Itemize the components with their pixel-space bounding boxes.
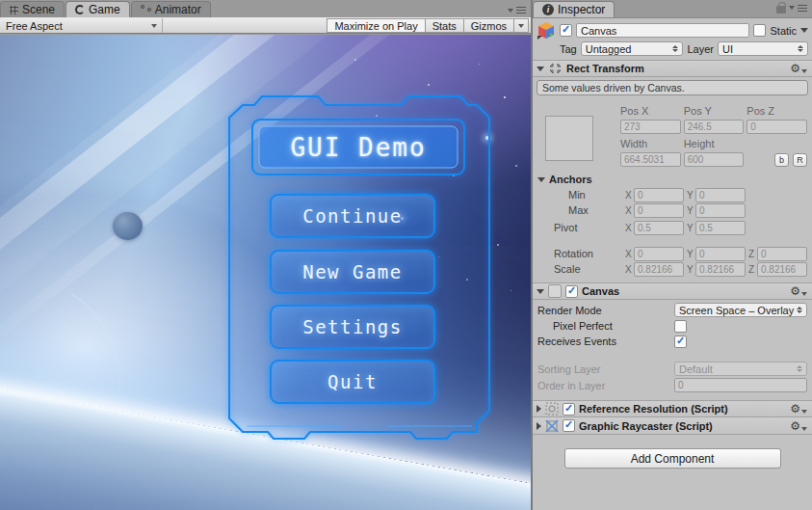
gear-icon[interactable]: ⚙	[790, 63, 800, 74]
stats-button[interactable]: Stats	[425, 18, 463, 33]
menu-title: GUI Demo	[252, 120, 464, 174]
receives-events-label: Receives Events	[537, 336, 674, 347]
gameobject-name-field[interactable]: Canvas	[576, 23, 749, 38]
anchors-min-y-field[interactable]: 0	[695, 188, 746, 202]
pixel-perfect-label: Pixel Perfect	[537, 320, 674, 332]
lock-icon[interactable]	[776, 6, 786, 13]
pane-menu-icon[interactable]	[516, 7, 526, 13]
tab-inspector[interactable]: i Inspector	[533, 1, 615, 17]
gameobject-cube-icon[interactable]	[537, 21, 556, 40]
rotation-y-field[interactable]: 0	[695, 247, 746, 261]
raw-edit-button[interactable]: R	[793, 153, 807, 167]
tab-animator[interactable]: Animator	[131, 1, 211, 17]
axis-x-label: X	[625, 223, 632, 233]
scale-z-field[interactable]: 0.82166	[757, 262, 807, 277]
scene-grid-icon	[10, 6, 18, 14]
tag-dropdown[interactable]: Untagged	[581, 41, 684, 56]
gear-dropdown-icon	[801, 410, 807, 414]
dropdown-arrows-icon	[798, 45, 803, 52]
anchors-min-x-field[interactable]: 0	[634, 188, 684, 202]
tab-scene[interactable]: Scene	[0, 1, 65, 17]
width-field[interactable]: 664.5031	[620, 152, 681, 167]
inspector-panel: i Inspector	[533, 0, 812, 510]
gear-dropdown-icon	[801, 427, 807, 431]
pos-y-label: Pos Y	[684, 105, 745, 117]
scale-label: Scale	[554, 263, 621, 275]
pane-dropdown-icon[interactable]	[508, 9, 513, 13]
pos-z-field[interactable]: 0	[747, 120, 807, 134]
gear-icon[interactable]: ⚙	[790, 285, 800, 297]
pivot-x-field[interactable]: 0.5	[634, 221, 684, 235]
rect-transform-header[interactable]: Rect Transform ⚙	[533, 60, 812, 77]
axis-x-label: X	[625, 249, 632, 259]
pos-x-field[interactable]: 273	[620, 120, 681, 134]
receives-events-checkbox[interactable]	[674, 336, 687, 348]
add-component-button[interactable]: Add Component	[564, 448, 781, 469]
blueprint-mode-button[interactable]: b	[774, 153, 789, 167]
axis-z-label: Z	[748, 264, 755, 275]
anchors-max-y-field[interactable]: 0	[695, 203, 746, 218]
pivot-y-field[interactable]: 0.5	[695, 221, 746, 235]
graphic-raycaster-header[interactable]: Graphic Raycaster (Script) ⚙	[533, 417, 812, 435]
pane-menu-icon[interactable]	[798, 5, 807, 12]
gear-icon[interactable]: ⚙	[790, 403, 800, 415]
new-game-label: New Game	[302, 261, 403, 282]
rotation-label: Rotation	[554, 248, 621, 259]
pixel-perfect-checkbox[interactable]	[674, 320, 687, 333]
continue-button[interactable]: Continue	[270, 194, 435, 238]
gear-icon[interactable]: ⚙	[790, 420, 800, 432]
tab-inspector-label: Inspector	[558, 3, 605, 16]
foldout-open-icon[interactable]	[537, 289, 544, 294]
sorting-layer-dropdown: Default	[674, 362, 807, 376]
foldout-closed-icon[interactable]	[537, 405, 541, 413]
game-toolbar: Free Aspect Maximize on Play Stats Gizmo…	[0, 17, 531, 34]
anchors-max-x-field[interactable]: 0	[634, 203, 684, 218]
pos-y-field[interactable]: 246.5	[684, 120, 745, 134]
foldout-closed-icon[interactable]	[537, 422, 541, 430]
height-field[interactable]: 600	[684, 152, 745, 167]
foldout-open-icon[interactable]	[537, 67, 544, 71]
pos-x-label: Pos X	[620, 105, 681, 117]
maximize-on-play-button[interactable]: Maximize on Play	[327, 18, 424, 33]
rect-transform-icon	[548, 62, 563, 75]
canvas-component-icon	[548, 284, 562, 298]
scale-y-field[interactable]: 0.82166	[695, 262, 746, 277]
aspect-dropdown[interactable]: Free Aspect	[1, 18, 163, 33]
canvas-enabled-checkbox[interactable]	[565, 285, 578, 298]
new-game-button[interactable]: New Game	[270, 250, 435, 294]
static-dropdown-icon[interactable]	[800, 28, 808, 33]
inspector-tabstrip: i Inspector	[533, 0, 812, 17]
layer-dropdown[interactable]: UI	[718, 41, 808, 56]
settings-button[interactable]: Settings	[270, 305, 435, 349]
gameobject-active-checkbox[interactable]	[560, 24, 572, 37]
rotation-z-field[interactable]: 0	[757, 247, 807, 261]
render-mode-value: Screen Space – Overlay	[679, 305, 794, 316]
gizmos-dropdown-button[interactable]	[513, 18, 529, 33]
pivot-label: Pivot	[554, 222, 621, 233]
reference-resolution-header[interactable]: Reference Resolution (Script) ⚙	[533, 400, 812, 417]
small-moon	[113, 212, 143, 240]
tab-game[interactable]: Game	[65, 1, 130, 17]
aspect-dropdown-label: Free Aspect	[6, 20, 63, 32]
animator-icon	[141, 5, 151, 14]
anchors-min-label: Min	[568, 189, 621, 201]
static-checkbox[interactable]	[753, 24, 766, 37]
pane-dropdown-icon[interactable]	[789, 6, 795, 10]
rotation-x-field[interactable]: 0	[634, 247, 684, 261]
settings-label: Settings	[302, 316, 403, 337]
canvas-component-header[interactable]: Canvas ⚙	[533, 282, 812, 300]
gizmos-button[interactable]: Gizmos	[463, 18, 513, 33]
reference-resolution-checkbox[interactable]	[563, 403, 575, 416]
order-in-layer-field: 0	[674, 378, 807, 392]
quit-button[interactable]: Quit	[270, 360, 435, 404]
graphic-raycaster-icon	[545, 419, 559, 433]
tab-game-label: Game	[89, 3, 120, 16]
scale-x-field[interactable]: 0.82166	[634, 262, 684, 277]
anchors-foldout[interactable]: Anchors	[533, 172, 812, 187]
height-label: Height	[684, 138, 745, 149]
anchors-max-label: Max	[568, 204, 621, 216]
dropdown-arrows-icon	[797, 365, 802, 372]
anchor-preview-box[interactable]	[545, 116, 593, 161]
render-mode-dropdown[interactable]: Screen Space – Overlay	[674, 303, 807, 317]
graphic-raycaster-checkbox[interactable]	[563, 419, 575, 432]
